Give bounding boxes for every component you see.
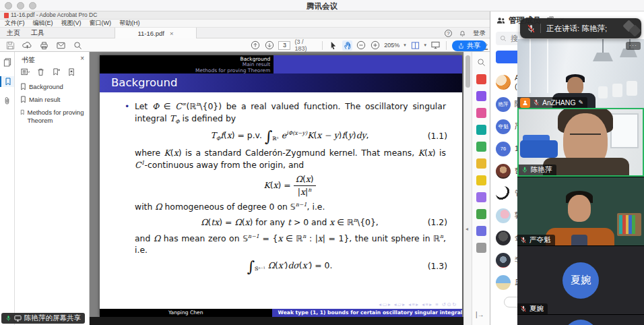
bookmarks-close-icon[interactable]: × [80, 55, 84, 62]
share-button[interactable]: 共享 [452, 40, 486, 51]
speaking-toast: 正在讲话: 陈艳萍; [520, 18, 641, 38]
screen-share-indicator[interactable]: 陈艳萍的屏幕共享 [1, 313, 85, 324]
video-more-button[interactable]: ··· [626, 42, 641, 50]
expand-panel-icon[interactable]: |→ [476, 311, 484, 318]
create-pdf-icon[interactable] [476, 74, 486, 84]
previous-page-icon[interactable] [251, 40, 261, 51]
zoom-dropdown-caret-icon[interactable]: ▾ [404, 42, 406, 48]
acrobat-toolbar: (3 / 183) 205% ▾ ▾ 共享 [0, 38, 490, 52]
video-tile-xiawan[interactable]: 夏婉 夏婉 [517, 245, 644, 314]
bookmark-item[interactable]: Background [20, 83, 88, 91]
zoom-level-label[interactable]: 205% [384, 42, 399, 49]
bookmark-item[interactable]: Main result [20, 96, 88, 104]
tabbar-right-cluster: ? 登录 [445, 28, 486, 38]
more-tools-icon[interactable] [476, 243, 486, 253]
muted-mic-icon [533, 99, 540, 106]
toolbar-divider [446, 41, 447, 50]
page-display-caret-icon[interactable]: ▾ [424, 42, 427, 48]
select-tool-icon[interactable] [328, 40, 338, 51]
send-for-review-icon[interactable] [476, 209, 486, 219]
paragraph-4-text: and Ω has mean zero on 𝕊n−1 = {x ∈ ℝn : … [135, 233, 446, 256]
add-bookmark-icon[interactable] [51, 67, 61, 77]
export-pdf-icon[interactable] [476, 91, 486, 101]
help-icon[interactable]: ? [445, 30, 452, 37]
equation-2-lhs: K(x) = [263, 180, 290, 190]
menu-window[interactable]: 窗口(W) [90, 19, 112, 28]
acrobat-menubar: 文件(F) 编辑(E) 视图(V) 窗口(W) 帮助(H) [0, 20, 490, 28]
combine-files-icon[interactable] [476, 142, 486, 152]
bookmark-item[interactable]: Methods for proving Theorem [20, 109, 88, 125]
print-icon[interactable] [39, 40, 49, 51]
bookmark-options-icon[interactable] [20, 67, 30, 77]
edit-pdf-icon[interactable] [476, 108, 486, 118]
signin-link[interactable]: 登录 [473, 29, 486, 38]
bookmark-label: Background [29, 83, 63, 91]
person-head [567, 77, 583, 95]
slide-nav-item: Methods for proving Theorem [100, 68, 270, 73]
slide-body: •Let Φ ∈ C∞(ℝn\{0}) be a real valued fun… [100, 92, 462, 299]
bell-icon[interactable] [457, 28, 468, 38]
avatar: 夏婉 [562, 262, 599, 299]
slide-title: Background [100, 73, 462, 92]
scrollbar-thumb[interactable] [465, 55, 470, 88]
page-display-icon[interactable] [410, 40, 420, 51]
collapse-tools-icon[interactable]: ◂ [465, 226, 468, 232]
slide-footer-author: Yanping Chen [100, 309, 272, 317]
screen-share-icon [14, 315, 22, 322]
toolbar-right-group: 共享 [452, 40, 486, 52]
rename-pencil-icon[interactable]: ✎ [579, 99, 584, 106]
tab-document[interactable]: 11-16.pdf × [115, 28, 197, 38]
fill-sign-icon[interactable] [476, 158, 486, 169]
fraction-numerator: Ω(x) [294, 175, 316, 185]
avatar [496, 253, 511, 268]
page-number-input[interactable] [278, 41, 290, 50]
participant-name: 严夺魁 [529, 235, 551, 245]
zoom-out-icon[interactable] [356, 40, 366, 51]
toast-divider [540, 24, 541, 33]
menu-edit[interactable]: 编辑(E) [33, 19, 53, 28]
highlight-bookmark-icon[interactable] [67, 67, 77, 77]
paragraph-1: •Let Φ ∈ C∞(ℝn\{0}) be a real valued fun… [135, 100, 446, 126]
cloud-upload-icon[interactable] [22, 40, 32, 51]
pdf-viewport[interactable]: Background Main result Methods for provi… [90, 52, 463, 325]
attachments-icon[interactable] [2, 96, 12, 106]
protect-icon[interactable] [476, 226, 486, 236]
video-tile-anzhang[interactable]: ··· AnZHANG ✎ [517, 39, 644, 108]
trash-icon[interactable] [36, 67, 46, 77]
avatar [496, 275, 511, 290]
search-icon[interactable] [73, 40, 83, 51]
paragraph-3: with Ω homogeneous of degree 0 on 𝕊n−1, … [135, 201, 446, 213]
next-page-icon[interactable] [265, 40, 275, 51]
video-tile-yanduokui[interactable]: 严夺魁 [517, 177, 644, 245]
menu-help[interactable]: 帮助(H) [119, 19, 140, 28]
draw-tool-icon[interactable] [476, 192, 486, 202]
video-tile-partial[interactable] [517, 314, 644, 325]
bookshelf [617, 213, 641, 236]
person-head [568, 195, 591, 222]
zoom-in-icon[interactable] [371, 40, 381, 51]
vertical-scrollbar[interactable] [463, 52, 472, 325]
page-thumbnails-icon[interactable] [2, 57, 12, 67]
slide-header-right [273, 55, 462, 73]
tab-tools[interactable]: 工具 [27, 28, 49, 38]
person-collar [571, 235, 587, 245]
muted-mic-icon [520, 305, 527, 312]
comment-tool-icon[interactable] [476, 175, 486, 185]
video-tile-chenyanping-active-speaker[interactable]: 陈艳萍 [517, 108, 644, 177]
tab-home[interactable]: 主页 [3, 28, 24, 38]
equation-4-formula: ∫𝕊ⁿ⁻¹ Ω(x′)dσ(x′) = 0. [247, 260, 333, 270]
bookmarks-toolbar [20, 67, 77, 77]
avatar [496, 75, 511, 90]
find-tool-icon[interactable] [476, 57, 486, 67]
organize-pages-icon[interactable] [476, 125, 486, 135]
menu-file[interactable]: 文件(F) [5, 19, 25, 28]
save-icon[interactable] [5, 40, 15, 51]
tab-close-icon[interactable]: × [170, 30, 174, 37]
bookmarks-rail-icon[interactable] [0, 76, 14, 87]
equation-1-number: (1.1) [428, 131, 447, 142]
presentation-mode-icon[interactable] [430, 40, 441, 51]
menu-view[interactable]: 视图(V) [61, 19, 82, 28]
video-strip: ··· AnZHANG ✎ 陈艳萍 [517, 39, 644, 325]
email-icon[interactable] [56, 40, 66, 51]
hand-tool-icon[interactable] [342, 40, 352, 51]
